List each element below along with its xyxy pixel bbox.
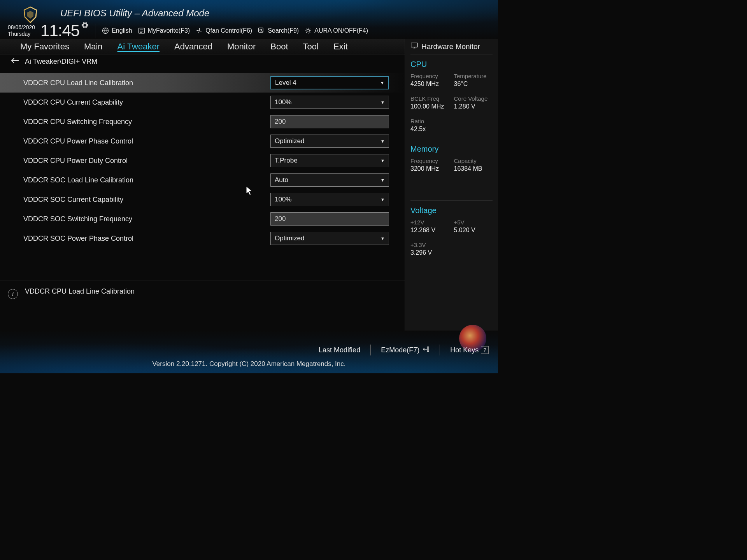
tab-ai-tweaker[interactable]: Ai Tweaker bbox=[117, 42, 160, 52]
ezmode-button[interactable]: EzMode(F7) bbox=[381, 346, 430, 354]
hw-label: Frequency bbox=[410, 158, 449, 164]
svg-point-4 bbox=[260, 29, 262, 31]
select-control[interactable]: Level 4▼ bbox=[270, 76, 389, 89]
chevron-down-icon: ▼ bbox=[381, 100, 385, 105]
breadcrumb-text: Ai Tweaker\DIGI+ VRM bbox=[25, 58, 97, 66]
fan-icon bbox=[195, 27, 203, 35]
setting-row[interactable]: VDDCR CPU Current Capability 100%▼ bbox=[0, 93, 405, 112]
input-control[interactable]: 200 bbox=[270, 115, 389, 128]
hw-label: +12V bbox=[410, 219, 449, 226]
hw-value: 16384 MB bbox=[454, 165, 493, 172]
setting-label: VDDCR SOC Current Capability bbox=[23, 196, 123, 204]
list-icon bbox=[138, 27, 146, 35]
select-control[interactable]: Optimized▼ bbox=[270, 135, 389, 148]
aura-icon bbox=[304, 27, 312, 35]
exit-icon bbox=[422, 346, 430, 354]
myfavorite-label: MyFavorite(F3) bbox=[148, 27, 190, 34]
date-block: 08/06/2020 Thursday bbox=[8, 24, 35, 37]
hw-value: 36°C bbox=[454, 80, 493, 88]
svg-point-2 bbox=[198, 30, 200, 31]
svg-rect-7 bbox=[427, 347, 429, 352]
setting-label: VDDCR SOC Load Line Calibration bbox=[23, 176, 133, 184]
chevron-down-icon: ▼ bbox=[380, 80, 384, 85]
chevron-down-icon: ▼ bbox=[381, 197, 385, 202]
tab-advanced[interactable]: Advanced bbox=[174, 42, 212, 52]
hw-value: 42.5x bbox=[410, 126, 449, 133]
chevron-down-icon: ▼ bbox=[381, 139, 385, 144]
help-text: VDDCR CPU Load Line Calibration bbox=[25, 287, 135, 324]
hw-label: +3.3V bbox=[410, 242, 449, 248]
date: 08/06/2020 bbox=[8, 24, 35, 31]
setting-row[interactable]: VDDCR CPU Load Line Calibration Level 4▼ bbox=[0, 73, 405, 93]
tab-monitor[interactable]: Monitor bbox=[227, 42, 256, 52]
search-button[interactable]: Search(F9) bbox=[258, 27, 299, 35]
monitor-icon bbox=[410, 42, 418, 51]
tab-boot[interactable]: Boot bbox=[270, 42, 288, 52]
question-icon: ? bbox=[481, 346, 489, 354]
search-icon bbox=[258, 27, 265, 35]
chevron-down-icon: ▼ bbox=[381, 236, 385, 241]
qfan-button[interactable]: Qfan Control(F6) bbox=[195, 27, 252, 35]
cpu-section-title: CPU bbox=[410, 60, 493, 69]
setting-label: VDDCR CPU Power Phase Control bbox=[23, 137, 133, 145]
hw-value: 12.268 V bbox=[410, 227, 449, 234]
setting-row[interactable]: VDDCR CPU Power Phase Control Optimized▼ bbox=[0, 131, 405, 151]
chevron-down-icon: ▼ bbox=[381, 178, 385, 182]
select-control[interactable]: 100%▼ bbox=[270, 193, 389, 206]
select-control[interactable]: Optimized▼ bbox=[270, 232, 389, 245]
setting-label: VDDCR CPU Switching Frequency bbox=[23, 118, 132, 126]
settings-list: VDDCR CPU Load Line Calibration Level 4▼… bbox=[0, 73, 405, 248]
hw-value: 5.020 V bbox=[454, 227, 493, 234]
language-label: English bbox=[112, 27, 132, 34]
tab-my-favorites[interactable]: My Favorites bbox=[20, 42, 69, 52]
breadcrumb: Ai Tweaker\DIGI+ VRM bbox=[11, 58, 97, 66]
hw-label: Core Voltage bbox=[454, 95, 493, 102]
tab-exit[interactable]: Exit bbox=[333, 42, 348, 52]
gear-icon[interactable] bbox=[81, 21, 89, 31]
info-icon: i bbox=[8, 289, 18, 299]
bios-title: UEFI BIOS Utility – Advanced Mode bbox=[60, 8, 209, 19]
search-label: Search(F9) bbox=[268, 27, 299, 34]
setting-row[interactable]: VDDCR CPU Switching Frequency 200 bbox=[0, 112, 405, 131]
nav-tabs: My Favorites Main Ai Tweaker Advanced Mo… bbox=[0, 39, 405, 54]
myfavorite-button[interactable]: MyFavorite(F3) bbox=[138, 27, 190, 35]
hotkeys-button[interactable]: Hot Keys ? bbox=[450, 346, 489, 354]
setting-label: VDDCR SOC Switching Frequency bbox=[23, 215, 132, 223]
select-control[interactable]: Auto▼ bbox=[270, 173, 389, 187]
select-control[interactable]: T.Probe▼ bbox=[270, 154, 389, 167]
tab-main[interactable]: Main bbox=[84, 42, 103, 52]
hw-value: 100.00 MHz bbox=[410, 103, 449, 110]
version-text: Version 2.20.1271. Copyright (C) 2020 Am… bbox=[152, 360, 345, 368]
setting-label: VDDCR CPU Current Capability bbox=[23, 98, 123, 107]
back-arrow-icon[interactable] bbox=[11, 58, 19, 66]
hw-value: 1.280 V bbox=[454, 103, 493, 110]
language-button[interactable]: English bbox=[102, 27, 132, 35]
clock: 11:45 bbox=[40, 21, 79, 40]
svg-point-5 bbox=[307, 30, 310, 32]
globe-icon bbox=[102, 27, 109, 35]
setting-row[interactable]: VDDCR SOC Switching Frequency 200 bbox=[0, 209, 405, 229]
hw-value: 3200 MHz bbox=[410, 165, 449, 172]
qfan-label: Qfan Control(F6) bbox=[205, 27, 252, 34]
help-bar: i VDDCR CPU Load Line Calibration bbox=[0, 280, 405, 331]
aura-button[interactable]: AURA ON/OFF(F4) bbox=[304, 27, 368, 35]
setting-label: VDDCR CPU Power Duty Control bbox=[23, 157, 128, 165]
setting-row[interactable]: VDDCR SOC Current Capability 100%▼ bbox=[0, 190, 405, 209]
setting-label: VDDCR SOC Power Phase Control bbox=[23, 234, 133, 243]
input-control[interactable]: 200 bbox=[270, 212, 389, 226]
setting-row[interactable]: VDDCR SOC Power Phase Control Optimized▼ bbox=[0, 229, 405, 248]
header: UEFI BIOS Utility – Advanced Mode 08/06/… bbox=[0, 0, 498, 39]
hw-label: Temperature bbox=[454, 73, 493, 79]
hw-label: Ratio bbox=[410, 118, 449, 124]
tab-tool[interactable]: Tool bbox=[303, 42, 319, 52]
select-control[interactable]: 100%▼ bbox=[270, 96, 389, 109]
footer: Last Modified EzMode(F7) Hot Keys ? Vers… bbox=[0, 331, 498, 373]
hw-label: Capacity bbox=[454, 158, 493, 164]
setting-row[interactable]: VDDCR SOC Load Line Calibration Auto▼ bbox=[0, 170, 405, 190]
hardware-monitor-panel: Hardware Monitor CPU Frequency4250 MHz T… bbox=[405, 39, 498, 331]
hardware-monitor-title: Hardware Monitor bbox=[410, 39, 493, 54]
day: Thursday bbox=[8, 31, 35, 37]
setting-row[interactable]: VDDCR CPU Power Duty Control T.Probe▼ bbox=[0, 151, 405, 170]
last-modified-button[interactable]: Last Modified bbox=[319, 346, 360, 354]
svg-rect-6 bbox=[411, 43, 418, 47]
